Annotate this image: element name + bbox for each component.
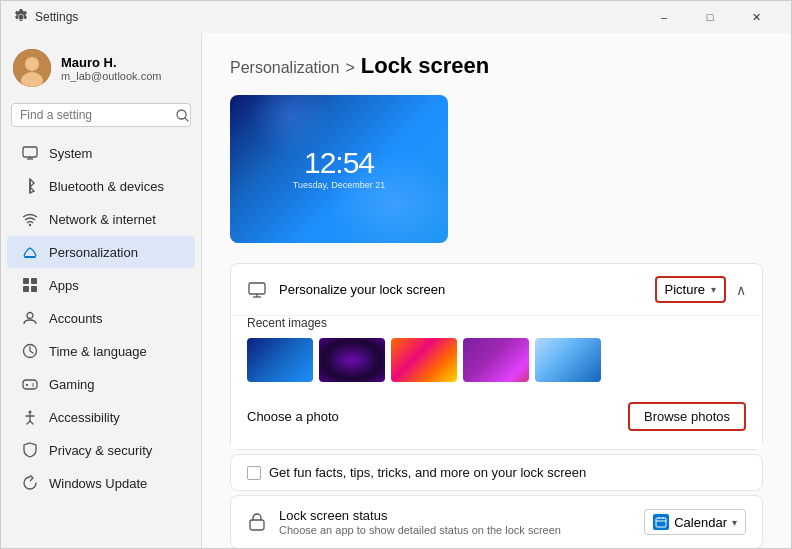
fun-facts-row: Get fun facts, tips, tricks, and more on… [230, 454, 763, 491]
sidebar-item-personalization-label: Personalization [49, 245, 138, 260]
search-icon [176, 109, 189, 122]
personalize-dropdown[interactable]: Picture ▾ [655, 276, 726, 303]
main-content: Personalization > Lock screen 12:54 Tues… [201, 33, 791, 548]
personalize-expanded: Recent images Choose a photo Browse phot… [231, 316, 762, 449]
title-bar-left: Settings [13, 9, 78, 25]
svg-rect-13 [24, 256, 36, 258]
sidebar-item-privacy-label: Privacy & security [49, 443, 152, 458]
sidebar-item-network-label: Network & internet [49, 212, 156, 227]
maximize-button[interactable]: □ [687, 1, 733, 33]
lock-status-row: Lock screen status Choose an app to show… [231, 496, 762, 548]
sidebar-item-accessibility-label: Accessibility [49, 410, 120, 425]
breadcrumb: Personalization > Lock screen [230, 53, 763, 79]
sidebar-item-windows-update[interactable]: Windows Update [7, 467, 195, 499]
close-button[interactable]: ✕ [733, 1, 779, 33]
personalize-text: Personalize your lock screen [279, 282, 643, 297]
lock-time: 12:54 [304, 148, 374, 178]
recent-images-row [247, 338, 746, 382]
svg-rect-26 [249, 283, 265, 294]
search-box[interactable] [11, 103, 191, 127]
sidebar-item-system-label: System [49, 146, 92, 161]
sidebar-item-gaming-label: Gaming [49, 377, 95, 392]
personalize-label: Personalize your lock screen [279, 282, 643, 297]
svg-rect-17 [31, 286, 37, 292]
accessibility-icon [21, 408, 39, 426]
minimize-button[interactable]: – [641, 1, 687, 33]
calendar-icon [653, 514, 669, 530]
lock-screen-preview: 12:54 Tuesday, December 21 [230, 95, 448, 243]
update-icon [21, 474, 39, 492]
sidebar-item-time[interactable]: Time & language [7, 335, 195, 367]
breadcrumb-parent: Personalization [230, 59, 339, 77]
gaming-icon [21, 375, 39, 393]
recent-image-2[interactable] [319, 338, 385, 382]
calendar-chevron-icon: ▾ [732, 517, 737, 528]
lock-date: Tuesday, December 21 [293, 180, 386, 190]
fun-facts-checkbox[interactable] [247, 466, 261, 480]
privacy-icon [21, 441, 39, 459]
svg-point-0 [19, 15, 24, 20]
svg-rect-30 [656, 518, 666, 527]
svg-point-25 [29, 411, 32, 414]
recent-image-1[interactable] [247, 338, 313, 382]
sidebar: Mauro H. m_lab@outlook.com Syste [1, 33, 201, 548]
svg-rect-14 [23, 278, 29, 284]
sidebar-item-accounts[interactable]: Accounts [7, 302, 195, 334]
user-details: Mauro H. m_lab@outlook.com [61, 55, 161, 82]
lock-status-sublabel: Choose an app to show detailed status on… [279, 524, 632, 536]
avatar-illustration [13, 49, 51, 87]
sidebar-item-accounts-label: Accounts [49, 311, 102, 326]
sidebar-item-privacy[interactable]: Privacy & security [7, 434, 195, 466]
calendar-dropdown[interactable]: Calendar ▾ [644, 509, 746, 535]
recent-image-3[interactable] [391, 338, 457, 382]
avatar-image [13, 49, 51, 87]
sidebar-item-system[interactable]: System [7, 137, 195, 169]
sidebar-item-bluetooth[interactable]: Bluetooth & devices [7, 170, 195, 202]
sidebar-item-network[interactable]: Network & internet [7, 203, 195, 235]
svg-rect-16 [23, 286, 29, 292]
lock-status-text: Lock screen status Choose an app to show… [279, 508, 632, 536]
choose-photo-label: Choose a photo [247, 409, 339, 424]
svg-point-2 [25, 57, 39, 71]
svg-rect-15 [31, 278, 37, 284]
breadcrumb-current: Lock screen [361, 53, 489, 79]
sidebar-item-gaming[interactable]: Gaming [7, 368, 195, 400]
apps-icon [21, 276, 39, 294]
svg-point-12 [29, 224, 31, 226]
lock-status-section: Lock screen status Choose an app to show… [230, 495, 763, 548]
user-email: m_lab@outlook.com [61, 70, 161, 82]
sidebar-item-personalization[interactable]: Personalization [7, 236, 195, 268]
collapse-icon[interactable]: ∧ [736, 282, 746, 298]
lock-status-icon [247, 512, 267, 532]
recent-images-label: Recent images [247, 316, 746, 330]
avatar [13, 49, 51, 87]
svg-rect-20 [23, 380, 37, 389]
time-icon [21, 342, 39, 360]
title-bar: Settings – □ ✕ [1, 1, 791, 33]
personalize-control: Picture ▾ ∧ [655, 276, 746, 303]
svg-rect-29 [250, 520, 264, 530]
personalize-section: Personalize your lock screen Picture ▾ ∧… [230, 263, 763, 450]
personalization-icon [21, 243, 39, 261]
svg-point-23 [32, 383, 34, 385]
sidebar-item-bluetooth-label: Bluetooth & devices [49, 179, 164, 194]
monitor-icon [247, 280, 267, 300]
svg-rect-6 [23, 147, 37, 157]
svg-point-18 [27, 313, 33, 319]
svg-line-5 [185, 118, 188, 121]
choose-photo-row: Choose a photo Browse photos [247, 394, 746, 435]
lock-status-control: Calendar ▾ [644, 509, 746, 535]
browse-photos-button[interactable]: Browse photos [628, 402, 746, 431]
network-icon [21, 210, 39, 228]
calendar-dropdown-value: Calendar [674, 515, 727, 530]
app-content: Mauro H. m_lab@outlook.com Syste [1, 33, 791, 548]
sidebar-item-apps[interactable]: Apps [7, 269, 195, 301]
recent-image-4[interactable] [463, 338, 529, 382]
settings-window: Settings – □ ✕ [0, 0, 792, 549]
search-input[interactable] [20, 108, 170, 122]
recent-image-5[interactable] [535, 338, 601, 382]
sidebar-item-accessibility[interactable]: Accessibility [7, 401, 195, 433]
title-bar-controls: – □ ✕ [641, 1, 779, 33]
user-info: Mauro H. m_lab@outlook.com [1, 41, 201, 99]
system-icon [21, 144, 39, 162]
